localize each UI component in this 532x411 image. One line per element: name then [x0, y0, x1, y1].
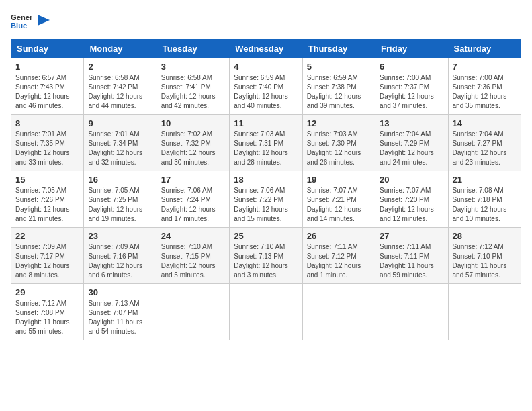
calendar-cell: 14 Sunrise: 7:04 AM Sunset: 7:27 PM Dayl…	[448, 115, 521, 171]
calendar-cell	[157, 284, 229, 340]
daylight-label: Daylight: 12 hours and 17 minutes.	[161, 205, 216, 222]
daylight-label: Daylight: 11 hours and 54 minutes.	[88, 318, 142, 335]
daylight-label: Daylight: 12 hours and 46 minutes.	[15, 93, 70, 109]
day-number: 3	[161, 62, 225, 72]
day-info: Sunrise: 7:02 AM Sunset: 7:32 PM Dayligh…	[161, 130, 225, 167]
sunset-label: Sunset: 7:08 PM	[15, 309, 65, 316]
daylight-label: Daylight: 12 hours and 24 minutes.	[380, 149, 434, 166]
calendar-table: SundayMondayTuesdayWednesdayThursdayFrid…	[11, 39, 521, 340]
page-header: General Blue	[11, 11, 521, 32]
day-info: Sunrise: 7:04 AM Sunset: 7:29 PM Dayligh…	[380, 130, 443, 167]
sunset-label: Sunset: 7:11 PM	[380, 253, 429, 260]
sunrise-label: Sunrise: 7:07 AM	[307, 187, 358, 194]
sunset-label: Sunset: 7:16 PM	[88, 253, 138, 260]
calendar-cell: 28 Sunrise: 7:12 AM Sunset: 7:10 PM Dayl…	[448, 228, 521, 284]
calendar-cell: 9 Sunrise: 7:01 AM Sunset: 7:34 PM Dayli…	[84, 115, 157, 171]
week-row-2: 8 Sunrise: 7:01 AM Sunset: 7:35 PM Dayli…	[11, 115, 521, 171]
sunrise-label: Sunrise: 7:01 AM	[15, 130, 66, 138]
svg-marker-3	[38, 15, 50, 26]
day-number: 30	[88, 287, 152, 298]
day-number: 27	[380, 231, 443, 241]
sunset-label: Sunset: 7:38 PM	[307, 83, 357, 91]
day-number: 15	[15, 175, 79, 185]
daylight-label: Daylight: 12 hours and 44 minutes.	[88, 93, 142, 109]
sunrise-label: Sunrise: 7:06 AM	[234, 187, 285, 194]
day-info: Sunrise: 7:08 AM Sunset: 7:18 PM Dayligh…	[453, 186, 517, 224]
day-info: Sunrise: 7:12 AM Sunset: 7:10 PM Dayligh…	[453, 242, 517, 280]
day-number: 18	[234, 175, 298, 185]
calendar-cell: 10 Sunrise: 7:02 AM Sunset: 7:32 PM Dayl…	[157, 115, 229, 171]
calendar-cell: 1 Sunrise: 6:57 AM Sunset: 7:43 PM Dayli…	[11, 58, 84, 115]
day-info: Sunrise: 7:11 AM Sunset: 7:11 PM Dayligh…	[380, 242, 443, 280]
day-info: Sunrise: 7:06 AM Sunset: 7:24 PM Dayligh…	[161, 186, 225, 224]
calendar-cell: 7 Sunrise: 7:00 AM Sunset: 7:36 PM Dayli…	[448, 58, 521, 115]
sunrise-label: Sunrise: 7:09 AM	[88, 243, 139, 250]
sunset-label: Sunset: 7:13 PM	[234, 253, 283, 260]
daylight-label: Daylight: 11 hours and 55 minutes.	[15, 318, 70, 335]
day-number: 17	[161, 175, 225, 185]
week-row-4: 22 Sunrise: 7:09 AM Sunset: 7:17 PM Dayl…	[11, 228, 521, 284]
daylight-label: Daylight: 12 hours and 23 minutes.	[453, 149, 507, 166]
week-row-3: 15 Sunrise: 7:05 AM Sunset: 7:26 PM Dayl…	[11, 171, 521, 228]
sunset-label: Sunset: 7:37 PM	[380, 83, 429, 91]
sunrise-label: Sunrise: 7:00 AM	[453, 74, 504, 81]
sunset-label: Sunset: 7:32 PM	[161, 140, 211, 147]
sunset-label: Sunset: 7:42 PM	[88, 83, 138, 91]
sunset-label: Sunset: 7:34 PM	[88, 140, 138, 147]
sunrise-label: Sunrise: 7:04 AM	[380, 130, 431, 138]
day-number: 26	[307, 231, 371, 241]
daylight-label: Daylight: 11 hours and 57 minutes.	[453, 262, 507, 279]
sunrise-label: Sunrise: 7:04 AM	[453, 130, 504, 138]
svg-text:Blue: Blue	[11, 21, 27, 30]
calendar-cell: 23 Sunrise: 7:09 AM Sunset: 7:16 PM Dayl…	[84, 228, 157, 284]
day-number: 28	[453, 231, 517, 241]
sunrise-label: Sunrise: 7:11 AM	[307, 243, 358, 250]
sunrise-label: Sunrise: 7:09 AM	[15, 243, 66, 250]
header-wednesday: Wednesday	[230, 40, 302, 58]
calendar-cell: 5 Sunrise: 6:59 AM Sunset: 7:38 PM Dayli…	[302, 58, 375, 115]
daylight-label: Daylight: 12 hours and 35 minutes.	[453, 93, 507, 109]
daylight-label: Daylight: 11 hours and 59 minutes.	[380, 262, 434, 279]
svg-text:General: General	[11, 13, 32, 21]
day-number: 8	[15, 118, 79, 128]
calendar-header-row: SundayMondayTuesdayWednesdayThursdayFrid…	[11, 40, 521, 58]
header-saturday: Saturday	[448, 40, 521, 58]
calendar-cell	[302, 284, 375, 340]
sunrise-label: Sunrise: 7:12 AM	[453, 243, 504, 250]
calendar-cell	[448, 284, 521, 340]
sunset-label: Sunset: 7:22 PM	[234, 196, 283, 203]
sunrise-label: Sunrise: 7:05 AM	[15, 187, 66, 194]
daylight-label: Daylight: 12 hours and 14 minutes.	[307, 205, 361, 222]
day-info: Sunrise: 6:58 AM Sunset: 7:42 PM Dayligh…	[88, 73, 152, 111]
day-number: 21	[453, 175, 517, 185]
calendar-cell: 2 Sunrise: 6:58 AM Sunset: 7:42 PM Dayli…	[84, 58, 157, 115]
calendar-cell: 6 Sunrise: 7:00 AM Sunset: 7:37 PM Dayli…	[375, 58, 448, 115]
day-number: 1	[15, 62, 79, 72]
day-info: Sunrise: 6:57 AM Sunset: 7:43 PM Dayligh…	[15, 73, 79, 111]
calendar-cell: 29 Sunrise: 7:12 AM Sunset: 7:08 PM Dayl…	[11, 284, 84, 340]
daylight-label: Daylight: 12 hours and 12 minutes.	[380, 205, 434, 222]
sunrise-label: Sunrise: 7:02 AM	[161, 130, 212, 138]
daylight-label: Daylight: 12 hours and 37 minutes.	[380, 93, 434, 109]
day-info: Sunrise: 7:12 AM Sunset: 7:08 PM Dayligh…	[15, 299, 79, 336]
sunrise-label: Sunrise: 7:10 AM	[161, 243, 212, 250]
sunrise-label: Sunrise: 7:00 AM	[380, 74, 431, 81]
daylight-label: Daylight: 12 hours and 6 minutes.	[88, 262, 142, 279]
logo-icon: General Blue	[11, 11, 32, 32]
sunset-label: Sunset: 7:10 PM	[453, 253, 502, 260]
logo: General Blue	[11, 11, 51, 32]
day-number: 14	[453, 118, 517, 128]
sunrise-label: Sunrise: 6:58 AM	[161, 74, 212, 81]
day-info: Sunrise: 7:03 AM Sunset: 7:30 PM Dayligh…	[307, 130, 371, 167]
daylight-label: Daylight: 12 hours and 21 minutes.	[15, 205, 70, 222]
calendar-cell: 16 Sunrise: 7:05 AM Sunset: 7:25 PM Dayl…	[84, 171, 157, 228]
day-number: 12	[307, 118, 371, 128]
calendar-cell: 24 Sunrise: 7:10 AM Sunset: 7:15 PM Dayl…	[157, 228, 229, 284]
sunset-label: Sunset: 7:30 PM	[307, 140, 357, 147]
header-sunday: Sunday	[11, 40, 84, 58]
calendar-cell: 13 Sunrise: 7:04 AM Sunset: 7:29 PM Dayl…	[375, 115, 448, 171]
day-info: Sunrise: 7:09 AM Sunset: 7:17 PM Dayligh…	[15, 242, 79, 280]
day-info: Sunrise: 7:09 AM Sunset: 7:16 PM Dayligh…	[88, 242, 152, 280]
daylight-label: Daylight: 12 hours and 5 minutes.	[161, 262, 216, 279]
day-info: Sunrise: 7:10 AM Sunset: 7:15 PM Dayligh…	[161, 242, 225, 280]
